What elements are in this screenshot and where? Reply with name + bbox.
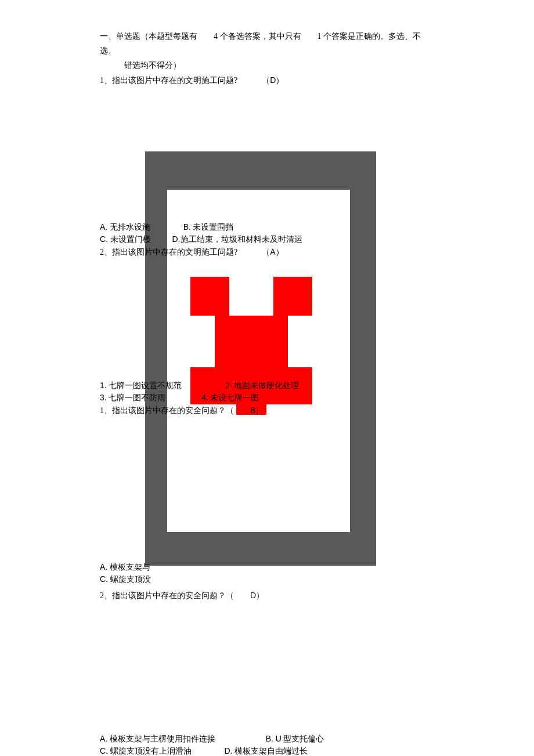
q1-options-row1: A. 无排水设施 B. 未设置围挡 — [100, 222, 435, 233]
q3-answer: B — [250, 406, 255, 415]
question-3: 1、指出该图片中存在的安全问题？（ B） — [100, 406, 435, 416]
q2-close: ） — [276, 248, 284, 256]
q3-text: 1、指出该图片中存在的安全问题？（ — [100, 406, 250, 415]
q4-optA-label: A. — [100, 734, 107, 743]
q3-optC-text: 螺旋支顶没 — [110, 575, 151, 584]
q1-close: ） — [276, 76, 284, 85]
q1-optD-label: D. — [172, 234, 181, 244]
q2-text: 2、指出该图片中存在的文明施工问题? （ — [100, 248, 270, 256]
q4-optC-text: 螺旋支顶没有上润滑油 — [110, 747, 192, 755]
q2-opt3-text: 七牌一图不防雨 — [109, 393, 165, 402]
q2-opt3-label: 3. — [100, 393, 107, 402]
q3-optA-text: 模板支架与 — [110, 563, 150, 571]
q4-answer: D — [250, 591, 256, 600]
q3-optC-label: C. — [100, 574, 108, 584]
question-2: 2、指出该图片中存在的文明施工问题? （A） — [100, 247, 435, 258]
q1-answer: D — [270, 75, 276, 85]
q4-optC-label: C. — [100, 746, 108, 755]
q3-close: ） — [255, 406, 264, 415]
q4-optB-text: 型支托偏心 — [283, 735, 324, 743]
q4-text: 2、指出该图片中存在的安全问题？（ — [100, 591, 250, 600]
q3-options-row1: A. 模板支架与 — [100, 562, 435, 573]
q1-optA-label: A. — [100, 222, 107, 231]
q1-optB-label: B. — [183, 222, 191, 231]
q1-options-row2: C. 未设置门楼 D.施工结束，垃圾和材料未及时清运 — [100, 234, 435, 245]
q3-optA-label: A. — [100, 562, 107, 571]
q4-optB-label: B. U — [266, 734, 282, 743]
q3-options-row2: C. 螺旋支顶没 — [100, 574, 435, 585]
section-heading: 一、单选题（本题型每题有 4 个备选答案，其中只有 1 个答案是正确的。多选、不… — [100, 29, 435, 73]
q2-opt4-text: 未设七牌一图 — [210, 393, 259, 402]
q4-close: ） — [256, 591, 264, 600]
q1-optC-text: 未设置门楼 — [110, 235, 151, 244]
heading-line-1: 一、单选题（本题型每题有 4 个备选答案，其中只有 1 个答案是正确的。多选、不… — [100, 29, 435, 58]
heading-line-2: 错选均不得分） — [124, 58, 435, 73]
q2-opt1-label: 1. — [100, 381, 107, 390]
q4-options-row1: A. 模板支架与主楞使用扣件连接 B. U 型支托偏心 — [100, 734, 435, 744]
q4-optD-label: D. — [225, 746, 233, 755]
q2-options-row1: 1. 七牌一图设置不规范 2. 地面未做硬化处理 — [100, 381, 435, 391]
q1-optD-text: 施工结束，垃圾和材料未及时清运 — [181, 235, 302, 244]
q2-opt1-text: 七牌一图设置不规范 — [109, 381, 182, 390]
q4-options-row2: C. 螺旋支顶没有上润滑油 D. 模板支架自由端过长 — [100, 746, 435, 756]
q1-optA-text: 无排水设施 — [110, 223, 150, 231]
q4-optA-text: 模板支架与主楞使用扣件连接 — [110, 735, 215, 743]
q2-opt4-label: 4. — [201, 393, 208, 402]
q4-optD-text: 模板支架自由端过长 — [234, 747, 308, 755]
q2-options-row2: 3. 七牌一图不防雨 4. 未设七牌一图 — [100, 393, 435, 403]
q2-opt2-label: 2. — [225, 381, 232, 390]
q2-opt2-text: 地面未做硬化处理 — [234, 381, 299, 390]
q1-text: 1、指出该图片中存在的文明施工问题? （ — [100, 76, 270, 85]
q1-optC-label: C. — [100, 234, 108, 244]
q2-answer: A — [270, 247, 275, 256]
question-1: 1、指出该图片中存在的文明施工问题? （D） — [100, 75, 435, 86]
question-4: 2、指出该图片中存在的安全问题？（ D） — [100, 591, 435, 601]
q1-optB-text: 未设置围挡 — [193, 223, 233, 231]
